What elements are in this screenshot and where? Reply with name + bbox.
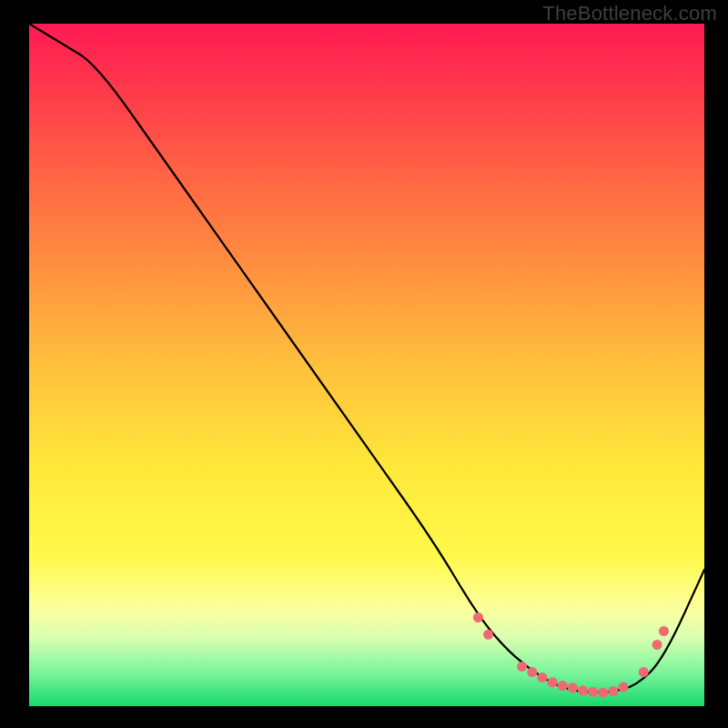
marker-point	[483, 630, 493, 640]
marker-point	[558, 681, 568, 691]
marker-point	[527, 667, 537, 677]
marker-point	[517, 662, 527, 672]
marker-point	[537, 672, 547, 682]
marker-point	[652, 640, 662, 650]
marker-point	[608, 686, 618, 696]
gradient-background	[29, 24, 704, 706]
marker-point	[639, 667, 649, 677]
marker-point	[473, 612, 483, 622]
marker-point	[568, 682, 578, 693]
chart-frame: TheBottleneck.com	[0, 0, 728, 728]
marker-point	[588, 687, 598, 697]
bottleneck-plot	[29, 24, 704, 706]
watermark-text: TheBottleneck.com	[542, 2, 717, 25]
plot-svg	[29, 24, 704, 706]
marker-point	[598, 688, 608, 698]
marker-point	[659, 626, 669, 636]
marker-point	[578, 685, 588, 695]
marker-point	[618, 682, 628, 693]
marker-point	[548, 677, 558, 687]
